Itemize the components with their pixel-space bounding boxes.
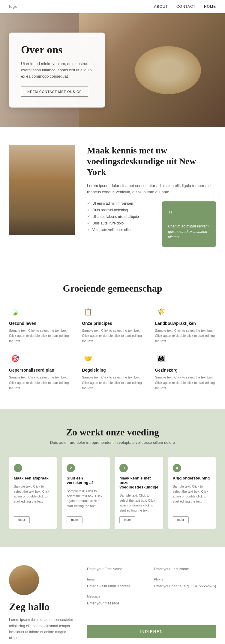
feature-text-4: Sample text. Click to select the text bo… bbox=[9, 375, 70, 391]
step-btn-3[interactable]: meer bbox=[119, 516, 135, 523]
step-number-4: 4 bbox=[173, 464, 181, 472]
step-card-2: 2 Sluit een verzekering af Sample text. … bbox=[62, 457, 110, 529]
how-section: Zo werkt onze voeding Duis aute irure do… bbox=[0, 409, 225, 547]
nav-links: ABOUT CONTACT HOME bbox=[154, 4, 216, 9]
feature-icon-5: 🤝 bbox=[82, 353, 94, 365]
features-grid: 🍃 Gezond leven Sample text. Click to sel… bbox=[9, 306, 216, 391]
checklist-item: Ullamco laboris nisi ut aliquip bbox=[87, 215, 156, 219]
first-name-input[interactable] bbox=[87, 565, 149, 573]
how-subtitle: Duis aute irure dolor in reprehenderit i… bbox=[9, 440, 216, 445]
contact-description: Lorem ipsum dolor sit amet, consectetur … bbox=[9, 617, 75, 641]
feature-title-6: Gezinszorg bbox=[155, 368, 216, 372]
feature-item-6: 👨‍👩‍👧 Gezinszorg Sample text. Click to s… bbox=[155, 353, 216, 391]
form-row-name bbox=[87, 565, 216, 573]
feature-icon-2: 📋 bbox=[82, 306, 94, 318]
community-section: Groeiende gemeenschap 🍃 Gezond leven Sam… bbox=[0, 265, 225, 409]
feature-icon-3: 🌾 bbox=[155, 306, 167, 318]
feature-title-5: Begeleiding bbox=[82, 368, 143, 372]
step-number-1: 1 bbox=[14, 464, 22, 472]
feature-text-2: Sample text. Click to select the text bo… bbox=[82, 328, 143, 344]
last-name-input[interactable] bbox=[154, 565, 216, 573]
navigation: logo ABOUT CONTACT HOME bbox=[0, 0, 225, 13]
logo: logo bbox=[9, 4, 18, 9]
step-text-4: Sample text. Click to select the text bo… bbox=[173, 484, 211, 513]
email-input[interactable] bbox=[87, 582, 149, 590]
community-title: Groeiende gemeenschap bbox=[9, 283, 216, 294]
hero-title: Over ons bbox=[21, 43, 93, 56]
quote-text: Ut enim ad minim veniam, quis nostrud ex… bbox=[168, 224, 210, 240]
step-title-1: Maak een afspraak bbox=[14, 476, 52, 480]
form-group-lastname bbox=[154, 565, 216, 573]
step-text-3: Sample text. Click to select the text bo… bbox=[119, 493, 158, 513]
message-label: Message bbox=[87, 595, 216, 598]
about-bottom: Ut enim ad minim veniam Quis nostrud-oef… bbox=[87, 201, 216, 247]
step-number-3: 3 bbox=[119, 464, 128, 472]
step-card-4: 4 Krijg ondersteuning Sample text. Click… bbox=[168, 457, 216, 529]
quote-mark-icon: " bbox=[168, 209, 210, 221]
feature-icon-1: 🍃 bbox=[9, 306, 21, 318]
step-card-3: 3 Maak kennis met onze voedingsdeskundig… bbox=[115, 457, 163, 529]
nav-about[interactable]: ABOUT bbox=[154, 4, 168, 9]
phone-input[interactable] bbox=[154, 582, 216, 590]
about-image bbox=[9, 145, 75, 235]
step-number-2: 2 bbox=[67, 464, 75, 472]
nav-contact[interactable]: CONTACT bbox=[176, 4, 196, 9]
contact-form: Email Phone Message INDIENEN bbox=[87, 565, 216, 638]
about-intro: Lorem ipsum dolor sit amet consectetur a… bbox=[87, 183, 216, 195]
contact-section: Zeg hallo Lorem ipsum dolor sit amet, co… bbox=[0, 547, 225, 644]
hero-card: Over ons Ut enim ad minim veniam, quis n… bbox=[9, 33, 105, 108]
nav-home[interactable]: HOME bbox=[204, 4, 216, 9]
step-title-4: Krijg ondersteuning bbox=[173, 476, 211, 480]
submit-button[interactable]: INDIENEN bbox=[87, 625, 216, 638]
form-group-email: Email bbox=[87, 577, 149, 590]
about-section: Maak kennis met uw voedingsdeskundige ui… bbox=[0, 127, 225, 265]
step-card-1: 1 Maak een afspraak Sample text. Click t… bbox=[9, 457, 57, 529]
steps-grid: 1 Maak een afspraak Sample text. Click t… bbox=[9, 457, 216, 529]
feature-text-5: Sample text. Click to select the text bo… bbox=[82, 375, 143, 391]
phone-label: Phone bbox=[154, 577, 216, 581]
form-row-email-phone: Email Phone bbox=[87, 577, 216, 590]
step-text-2: Sample text. Click to select the text bo… bbox=[67, 488, 105, 513]
hero-body: Ut enim ad minim veniam, quis nostrud ex… bbox=[21, 61, 93, 79]
step-btn-1[interactable]: meer bbox=[14, 516, 30, 523]
feature-text-3: Sample text. Click to select the text bo… bbox=[155, 328, 216, 344]
checklist-item: Duis aute irure dolo bbox=[87, 221, 156, 225]
form-group-phone: Phone bbox=[154, 577, 216, 590]
quote-box: " Ut enim ad minim veniam, quis nostrud … bbox=[162, 201, 216, 247]
about-title: Maak kennis met uw voedingsdeskundige ui… bbox=[87, 145, 216, 177]
feature-title-1: Gezond leven bbox=[9, 321, 70, 326]
checklist-item: Quis nostrud-oefening bbox=[87, 208, 156, 212]
feature-icon-4: 🎯 bbox=[9, 353, 21, 365]
feature-item-5: 🤝 Begeleiding Sample text. Click to sele… bbox=[82, 353, 143, 391]
step-title-3: Maak kennis met onze voedingsdeskundige bbox=[119, 476, 158, 489]
step-btn-2[interactable]: meer bbox=[67, 516, 82, 523]
feature-icon-6: 👨‍👩‍👧 bbox=[155, 353, 167, 365]
feature-title-3: Landbouwpraktijken bbox=[155, 321, 216, 326]
contact-left: Zeg hallo Lorem ipsum dolor sit amet, co… bbox=[9, 565, 75, 641]
hero-section: Over ons Ut enim ad minim veniam, quis n… bbox=[0, 13, 225, 127]
step-btn-4[interactable]: meer bbox=[173, 516, 189, 523]
checklist-item: Voluplate velit esse cillum bbox=[87, 228, 156, 232]
form-group-message: Message bbox=[87, 595, 216, 620]
how-title: Zo werkt onze voeding bbox=[9, 427, 216, 438]
about-image-inner bbox=[9, 145, 75, 235]
feature-item-1: 🍃 Gezond leven Sample text. Click to sel… bbox=[9, 306, 70, 344]
feature-item-2: 📋 Onze principes Sample text. Click to s… bbox=[82, 306, 143, 344]
feature-text-6: Sample text. Click to select the text bo… bbox=[155, 375, 216, 391]
about-content: Maak kennis met uw voedingsdeskundige ui… bbox=[75, 145, 216, 247]
feature-text-1: Sample text. Click to select the text bo… bbox=[9, 328, 70, 344]
step-text-1: Sample text. Click to select the text bo… bbox=[14, 484, 52, 513]
about-checklist: Ut enim ad minim veniam Quis nostrud-oef… bbox=[87, 201, 156, 247]
message-input[interactable] bbox=[87, 599, 216, 620]
email-label: Email bbox=[87, 577, 149, 581]
feature-item-3: 🌾 Landbouwpraktijken Sample text. Click … bbox=[155, 306, 216, 344]
checklist-item: Ut enim ad minim veniam bbox=[87, 201, 156, 206]
feature-title-2: Onze principes bbox=[82, 321, 143, 326]
feature-title-4: Gepersonaliseerd plan bbox=[9, 368, 70, 372]
form-group-firstname bbox=[87, 565, 149, 573]
step-title-2: Sluit een verzekering af bbox=[67, 476, 105, 485]
feature-item-4: 🎯 Gepersonaliseerd plan Sample text. Cli… bbox=[9, 353, 70, 391]
hero-food-decoration bbox=[135, 46, 201, 94]
contact-greeting: Zeg hallo bbox=[9, 601, 75, 613]
hero-cta-button[interactable]: NEEM CONTACT MET ONS OP bbox=[21, 87, 88, 97]
